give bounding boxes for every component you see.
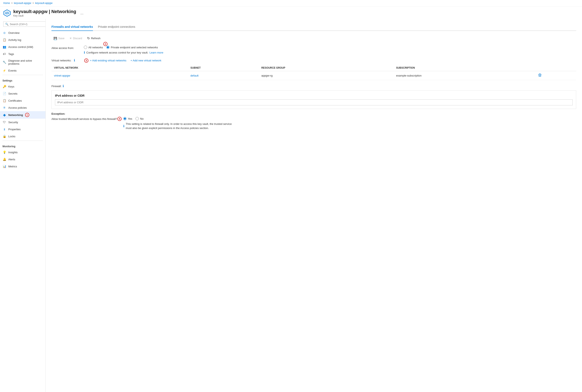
kv-icon: </>: [3, 9, 11, 17]
step-badge-3: 3: [84, 58, 88, 63]
refresh-icon: [87, 36, 90, 40]
radio-private-endpoint[interactable]: Private endpoint and selected networks: [106, 46, 158, 49]
sidebar: Overview Activity log Access control (IA…: [0, 19, 46, 392]
exception-info-text: This setting is related to firewall only…: [126, 122, 234, 130]
add-existing-vnet-link[interactable]: + Add existing virtual networks: [90, 59, 126, 62]
exception-label: Exception:: [52, 112, 576, 115]
radio-yes-input[interactable]: [123, 117, 127, 120]
svg-rect-3: [538, 74, 541, 74]
vnet-link[interactable]: virtnet-appgw: [54, 74, 70, 77]
ipv4-input[interactable]: [55, 99, 573, 105]
events-icon: [3, 69, 6, 72]
more-options-button[interactable]: ...: [80, 11, 83, 15]
allow-access-controls: All networks 2 Private endpoint and sele…: [84, 46, 163, 54]
exception-controls: 4 Yes No This setti: [123, 117, 234, 130]
sidebar-item-label: Secrets: [8, 92, 18, 95]
search-icon: [5, 22, 9, 26]
subscription-cell: example-subscription: [394, 71, 535, 80]
tab-private-endpoints[interactable]: Private endpoint connections: [98, 23, 135, 31]
sidebar-item-label: Diagnose and solve problems: [8, 59, 43, 65]
info-icon: [84, 50, 85, 54]
breadcrumb-home[interactable]: Home: [3, 2, 10, 4]
exception-section: Exception: Allow trusted Microsoft servi…: [52, 112, 576, 130]
insights-icon: [3, 150, 6, 154]
tags-icon: [3, 52, 6, 56]
page-header-text: keyvault-appgw | Networking Key vault: [13, 9, 76, 17]
radio-no[interactable]: No: [136, 117, 144, 120]
access-info-text: Configure network access control for you…: [86, 51, 148, 54]
sidebar-item-metrics[interactable]: Metrics: [0, 163, 46, 170]
sidebar-item-label: Certificates: [8, 99, 22, 102]
radio-private-endpoint-input[interactable]: [106, 46, 110, 49]
sidebar-item-label: Activity log: [8, 38, 21, 42]
firewall-label: Firewall:: [52, 84, 576, 88]
sidebar-item-activity-log[interactable]: Activity log: [0, 36, 46, 43]
virtual-networks-section: Virtual networks: 3 + Add existing virtu…: [52, 58, 576, 80]
sidebar-item-tags[interactable]: Tags: [0, 50, 46, 58]
access-icon: [3, 106, 6, 110]
sidebar-item-locks[interactable]: Locks: [0, 133, 46, 140]
sidebar-item-keys[interactable]: Keys: [0, 83, 46, 90]
sidebar-item-properties[interactable]: Properties: [0, 126, 46, 133]
monitoring-divider: [3, 140, 43, 141]
radio-all-networks-input[interactable]: [84, 46, 87, 49]
tab-firewalls[interactable]: Firewalls and virtual networks: [52, 23, 93, 31]
networking-icon: [3, 113, 6, 117]
radio-yes[interactable]: Yes: [123, 117, 132, 120]
vnet-info-icon[interactable]: [74, 58, 75, 62]
exception-info-circle: [123, 124, 125, 128]
col-actions: [535, 65, 576, 71]
page-subtitle: Key vault: [13, 14, 76, 17]
settings-section-label: Settings: [0, 77, 46, 83]
radio-no-input[interactable]: [136, 117, 139, 120]
col-subscription: SUBSCRIPTION: [394, 65, 535, 71]
sidebar-item-access-policies[interactable]: Access policies: [0, 104, 46, 111]
firewall-info-icon[interactable]: [63, 84, 64, 88]
locks-icon: [3, 134, 6, 138]
svg-text:</>: </>: [5, 12, 9, 15]
toolbar: Save Discard Refresh: [52, 35, 576, 42]
sidebar-item-overview[interactable]: Overview: [0, 29, 46, 36]
refresh-button[interactable]: Refresh: [85, 35, 103, 42]
col-resource-group: RESOURCE GROUP: [259, 65, 393, 71]
sidebar-item-certificates[interactable]: Certificates: [0, 97, 46, 104]
save-label: Save: [58, 37, 65, 40]
sidebar-item-secrets[interactable]: Secrets: [0, 90, 46, 97]
search-input[interactable]: [10, 22, 45, 26]
sidebar-item-diagnose[interactable]: Diagnose and solve problems: [0, 58, 46, 67]
sidebar-item-label: Properties: [8, 128, 21, 131]
iam-icon: [3, 45, 6, 49]
sidebar-item-alerts[interactable]: Alerts: [0, 156, 46, 163]
sidebar-item-networking[interactable]: Networking 1: [0, 111, 46, 119]
learn-more-link[interactable]: Learn more: [149, 51, 163, 54]
breadcrumb-vault2[interactable]: keyvault-appgw: [35, 2, 52, 4]
col-virtual-network: VIRTUAL NETWORK: [52, 65, 188, 71]
delete-vnet-button[interactable]: [538, 73, 542, 78]
radio-private-endpoint-label: Private endpoint and selected networks: [111, 46, 158, 49]
add-new-vnet-link[interactable]: + Add new virtual network: [131, 59, 161, 62]
sidebar-item-label: Overview: [8, 31, 20, 34]
breadcrumb-vault1[interactable]: keyvault-appgw: [14, 2, 31, 4]
sidebar-item-security[interactable]: Security: [0, 119, 46, 126]
diagnose-icon: [3, 60, 6, 64]
sidebar-item-insights[interactable]: Insights: [0, 149, 46, 156]
firewall-section: Firewall: IPv4 address or CIDR: [52, 84, 576, 109]
search-box[interactable]: [3, 21, 46, 27]
table-row: virtnet-appgw default appgw-rg example-s…: [52, 71, 576, 80]
certs-icon: [3, 99, 6, 102]
save-button[interactable]: Save: [52, 36, 67, 41]
save-icon: [54, 37, 57, 40]
subnet-link[interactable]: default: [191, 74, 199, 77]
metrics-icon: [3, 164, 6, 168]
exception-info-line: This setting is related to firewall only…: [123, 122, 234, 130]
sidebar-item-label: Networking: [8, 114, 23, 116]
sidebar-item-events[interactable]: Events: [0, 67, 46, 74]
sidebar-item-access-control[interactable]: Access control (IAM): [0, 43, 46, 50]
sidebar-item-label: Events: [8, 69, 17, 72]
sidebar-item-label: Keys: [8, 85, 14, 88]
monitoring-section-label: Monitoring: [0, 142, 46, 149]
overview-icon: [3, 31, 6, 35]
virtual-networks-label: Virtual networks:: [52, 59, 71, 62]
radio-all-networks[interactable]: All networks: [84, 46, 103, 49]
discard-button[interactable]: Discard: [68, 36, 84, 41]
